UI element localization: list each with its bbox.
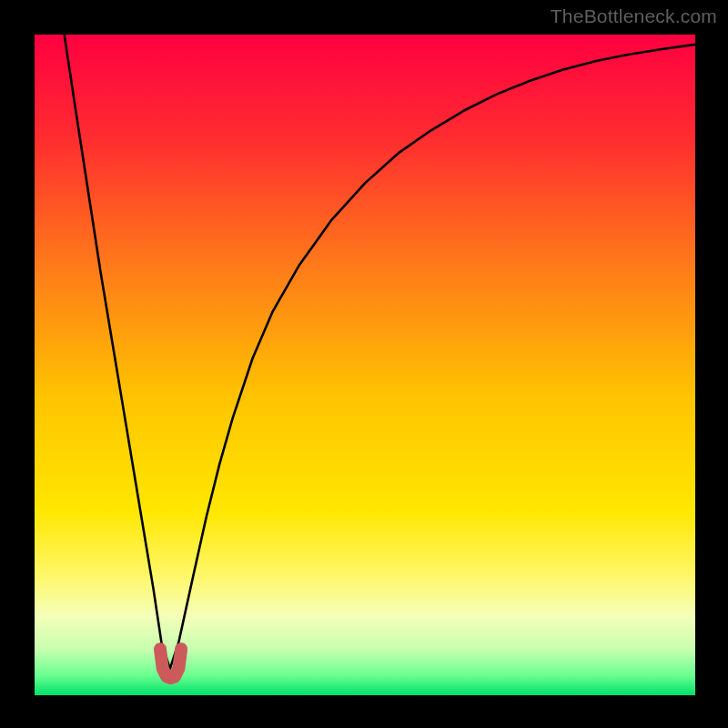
chart-svg <box>35 35 695 695</box>
watermark-label: TheBottleneck.com <box>551 5 717 27</box>
chart-frame: TheBottleneck.com <box>0 0 728 728</box>
chart-background <box>35 35 695 695</box>
chart-plot-area <box>35 35 695 695</box>
